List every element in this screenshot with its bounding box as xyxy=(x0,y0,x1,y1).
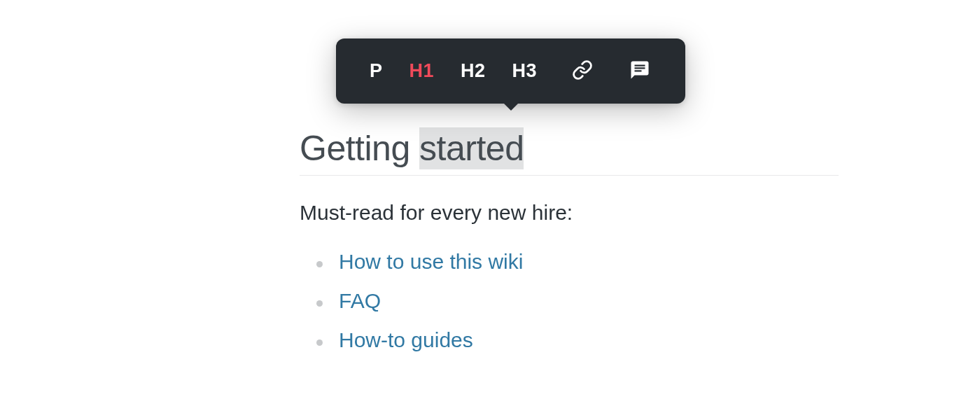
list-item[interactable]: How-to guides xyxy=(300,328,839,352)
wiki-link-faq[interactable]: FAQ xyxy=(339,289,381,312)
page-title[interactable]: Getting started xyxy=(300,127,839,176)
list-item[interactable]: FAQ xyxy=(300,289,839,313)
link-icon xyxy=(572,59,593,83)
paragraph-button[interactable]: P xyxy=(358,56,394,86)
heading1-button[interactable]: H1 xyxy=(398,56,446,86)
link-list: How to use this wiki FAQ How-to guides xyxy=(300,250,839,352)
formatting-toolbar: P H1 H2 H3 xyxy=(336,38,685,104)
comment-icon xyxy=(629,59,650,83)
heading3-button[interactable]: H3 xyxy=(501,56,549,86)
wiki-link-how-to-use[interactable]: How to use this wiki xyxy=(339,250,523,273)
comment-button[interactable] xyxy=(617,54,663,88)
heading2-button[interactable]: H2 xyxy=(449,56,497,86)
heading-text-prefix: Getting xyxy=(300,129,419,168)
heading-text-selection: started xyxy=(419,127,524,169)
intro-paragraph[interactable]: Must-read for every new hire: xyxy=(300,201,839,225)
link-button[interactable] xyxy=(559,54,606,88)
wiki-link-how-to-guides[interactable]: How-to guides xyxy=(339,328,473,351)
editor-content[interactable]: Getting started Must-read for every new … xyxy=(300,127,839,368)
list-item[interactable]: How to use this wiki xyxy=(300,250,839,274)
